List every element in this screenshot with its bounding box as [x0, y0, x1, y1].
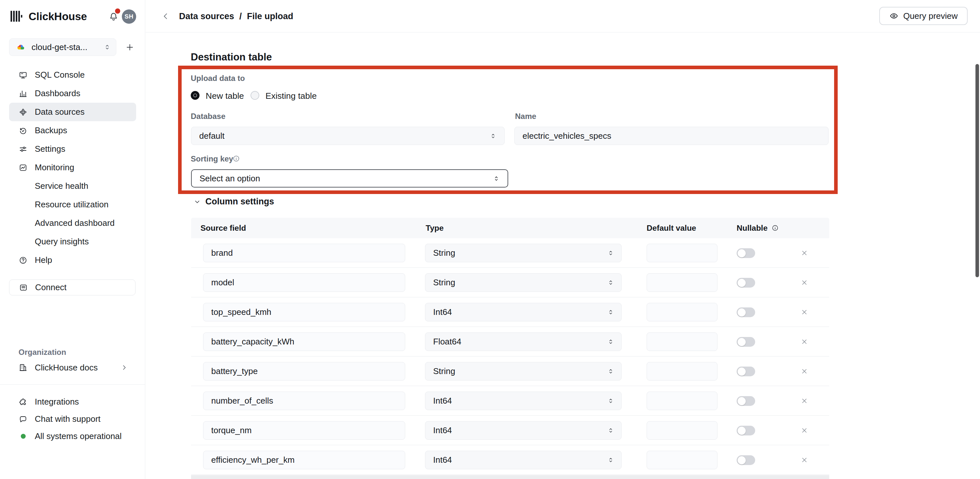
- table-row: brand String: [191, 238, 829, 268]
- remove-row-button[interactable]: [801, 397, 808, 404]
- chevron-down-icon: [193, 198, 201, 206]
- sidebar-item-resource-utilization[interactable]: Resource utilization: [9, 195, 136, 214]
- query-preview-button[interactable]: Query preview: [879, 7, 968, 25]
- source-field-input[interactable]: model: [203, 273, 405, 292]
- breadcrumb-file-upload: File upload: [247, 11, 293, 21]
- default-value-input[interactable]: [647, 273, 718, 292]
- table-name-input[interactable]: electric_vehicles_specs: [514, 127, 829, 145]
- sidebar-item-advanced-dashboard[interactable]: Advanced dashboard: [9, 214, 136, 232]
- connect-button[interactable]: Connect: [9, 280, 135, 295]
- sorting-key-info-icon[interactable]: [233, 155, 240, 162]
- database-select-value: default: [199, 131, 224, 141]
- toggle-knob: [738, 249, 746, 257]
- sidebar-item-integrations[interactable]: Integrations: [9, 393, 136, 411]
- breadcrumb-data-sources[interactable]: Data sources: [179, 11, 234, 21]
- columns-table-header: Source field Type Default value Nullable: [191, 218, 829, 238]
- system-status-item[interactable]: All systems operational: [9, 428, 136, 445]
- sidebar-item-service-health[interactable]: Service health: [9, 177, 136, 195]
- type-select[interactable]: Int64: [425, 303, 622, 321]
- nullable-toggle[interactable]: [737, 455, 755, 465]
- source-field-input[interactable]: battery_capacity_kWh: [203, 333, 405, 351]
- sidebar-item-settings[interactable]: Settings: [9, 140, 136, 158]
- sidebar-item-help[interactable]: Help: [9, 251, 136, 269]
- brand-title: ClickHouse: [29, 10, 87, 23]
- type-select[interactable]: String: [425, 273, 622, 292]
- remove-row-button[interactable]: [801, 368, 808, 375]
- sorting-key-label: Sorting key: [191, 154, 233, 164]
- source-field-input[interactable]: battery_type: [203, 362, 405, 380]
- toggle-knob: [738, 279, 746, 287]
- chevron-updown-icon: [607, 427, 614, 434]
- avatar[interactable]: SH: [122, 10, 136, 24]
- sidebar-item-monitoring[interactable]: Monitoring: [9, 158, 136, 177]
- nullable-toggle[interactable]: [737, 366, 755, 376]
- remove-row-button[interactable]: [801, 279, 808, 286]
- remove-row-button[interactable]: [801, 249, 808, 257]
- table-row: number_of_cells Int64: [191, 386, 829, 415]
- remove-row-button[interactable]: [801, 426, 808, 434]
- status-dot-icon: [19, 432, 27, 441]
- default-value-input[interactable]: [647, 303, 718, 321]
- eye-icon: [889, 11, 899, 21]
- toggle-knob: [738, 397, 746, 405]
- sidebar-item-label: SQL Console: [35, 70, 85, 80]
- back-chevron-icon[interactable]: [161, 12, 170, 21]
- source-field-input[interactable]: torque_nm: [203, 421, 405, 440]
- chevron-updown-icon: [607, 309, 614, 315]
- chat-bubble-icon: [19, 415, 27, 423]
- source-field-input[interactable]: number_of_cells: [203, 391, 405, 410]
- type-select[interactable]: Int64: [425, 421, 622, 440]
- sidebar-item-backups[interactable]: Backups: [9, 121, 136, 140]
- nullable-toggle[interactable]: [737, 248, 755, 258]
- nullable-toggle[interactable]: [737, 278, 755, 288]
- nullable-toggle[interactable]: [737, 426, 755, 436]
- radio-existing-table[interactable]: [251, 91, 259, 100]
- default-value-input[interactable]: [647, 362, 718, 380]
- remove-row-button[interactable]: [801, 456, 808, 464]
- sidebar-item-label: Backups: [35, 126, 67, 135]
- nullable-toggle[interactable]: [737, 307, 755, 317]
- vertical-scrollbar-thumb[interactable]: [975, 64, 979, 277]
- sidebar-menu: SQL ConsoleDashboardsData sourcesBackups…: [9, 66, 136, 269]
- type-select[interactable]: String: [425, 362, 622, 380]
- source-field-input[interactable]: efficiency_wh_per_km: [203, 451, 405, 469]
- default-value-input[interactable]: [647, 451, 718, 469]
- type-select[interactable]: String: [425, 244, 622, 262]
- chevron-updown-icon: [493, 175, 500, 182]
- table-row: battery_type String: [191, 356, 829, 386]
- sidebar-item-data-sources[interactable]: Data sources: [9, 103, 136, 121]
- radio-new-table[interactable]: [191, 91, 199, 100]
- type-select[interactable]: Int64: [425, 451, 622, 469]
- sidebar-item-chat-support[interactable]: Chat with support: [9, 411, 136, 428]
- type-select[interactable]: Float64: [425, 333, 622, 351]
- remove-row-button[interactable]: [801, 309, 808, 316]
- default-value-input[interactable]: [647, 333, 718, 351]
- sidebar-item-sql-console[interactable]: SQL Console: [9, 66, 136, 84]
- sidebar-item-dashboards[interactable]: Dashboards: [9, 84, 136, 103]
- source-field-input[interactable]: top_speed_kmh: [203, 303, 405, 321]
- chevron-updown-icon: [607, 457, 614, 463]
- source-field-input[interactable]: brand: [203, 244, 405, 262]
- nullable-toggle[interactable]: [737, 396, 755, 406]
- default-value-input[interactable]: [647, 244, 718, 262]
- sidebar-footer: Integrations Chat with support All syste…: [9, 393, 136, 445]
- column-settings-toggle[interactable]: Column settings: [193, 197, 274, 207]
- nullable-toggle[interactable]: [737, 337, 755, 347]
- database-select[interactable]: default: [191, 127, 504, 145]
- add-service-button[interactable]: [126, 43, 134, 52]
- sidebar-item-query-insights[interactable]: Query insights: [9, 232, 136, 251]
- workspace-selector[interactable]: cloud-get-sta...: [9, 38, 116, 56]
- sidebar-item-clickhouse-docs[interactable]: ClickHouse docs: [9, 359, 136, 376]
- nullable-info-icon[interactable]: [772, 224, 778, 231]
- monitoring-icon: [19, 164, 27, 172]
- default-value-input[interactable]: [647, 421, 718, 440]
- database-label: Database: [191, 112, 226, 121]
- sorting-key-select[interactable]: Select an option: [191, 169, 508, 188]
- type-select[interactable]: Int64: [425, 391, 622, 410]
- dashboards-icon: [19, 89, 27, 98]
- upload-data-to-label: Upload data to: [191, 74, 245, 83]
- default-value-input[interactable]: [647, 391, 718, 410]
- next-section-edge: [191, 475, 829, 479]
- remove-row-button[interactable]: [801, 338, 808, 345]
- sorting-key-value: Select an option: [199, 173, 260, 184]
